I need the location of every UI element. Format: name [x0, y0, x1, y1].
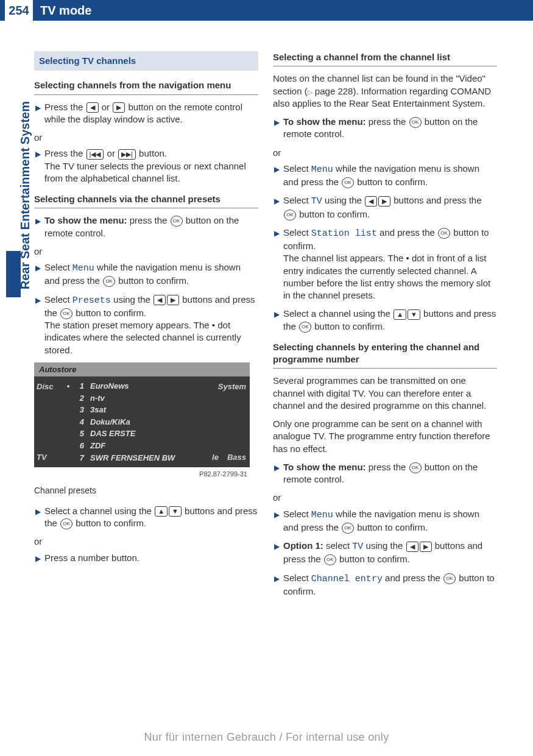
step: ▶ To show the menu: press the OK button …	[273, 461, 497, 486]
text: The TV tuner selects the previous or nex…	[44, 161, 246, 183]
paragraph: Several programmes can be transmitted on…	[273, 375, 497, 412]
text: button to confirm.	[299, 209, 370, 219]
step-marker-icon: ▶	[274, 164, 280, 189]
command-text: Menu	[311, 164, 333, 175]
text: button to confirm.	[118, 275, 189, 286]
ok-button[interactable]: OK	[284, 210, 296, 221]
up-arrow-button[interactable]: ▲	[394, 309, 406, 320]
step-marker-icon: ▶	[35, 216, 41, 239]
step: ▶ Select a channel using the ▲▼ buttons …	[273, 308, 497, 333]
right-arrow-button[interactable]: ▶	[378, 196, 390, 207]
right-arrow-button[interactable]: ▶	[113, 102, 125, 113]
command-text: TV	[352, 542, 363, 552]
step: ▶ Press the ◀ or ▶ button on the remote …	[34, 101, 258, 126]
ok-button[interactable]: OK	[409, 117, 422, 128]
left-arrow-button[interactable]: ◀	[406, 542, 418, 552]
step-marker-icon: ▶	[35, 263, 41, 288]
left-arrow-button[interactable]: ◀	[365, 196, 377, 207]
up-arrow-button[interactable]: ▲	[155, 506, 168, 517]
text: Select	[283, 509, 311, 519]
command-text: Presets	[72, 295, 111, 306]
ok-button[interactable]: OK	[103, 276, 115, 287]
section-heading: Selecting TV channels	[34, 51, 258, 71]
command-text: TV	[311, 196, 322, 207]
or-text: or	[273, 147, 497, 159]
step-marker-icon: ▶	[274, 463, 280, 486]
subheading-nav-menu: Selecting channels from the navigation m…	[34, 79, 258, 94]
text: button.	[139, 148, 167, 158]
step: ▶ Select Presets using the ◀▶ buttons an…	[34, 294, 258, 356]
text: Select a channel using the	[283, 308, 393, 319]
text: button to confirm.	[357, 522, 428, 532]
subheading-channel-number: Selecting channels by entering the chann…	[273, 341, 497, 369]
figure-right-mid: le	[212, 452, 219, 463]
step: ▶ Option 1: select TV using the ◀▶ butto…	[273, 540, 497, 566]
footer-watermark: Nur für internen Gebrauch / For internal…	[0, 731, 533, 744]
text: Press the	[44, 102, 86, 112]
or-text: or	[273, 492, 497, 504]
list-item: 33sat	[66, 404, 207, 416]
ok-button[interactable]: OK	[342, 177, 354, 188]
ok-button[interactable]: OK	[342, 523, 354, 534]
step-marker-icon: ▶	[35, 507, 41, 530]
or-text: or	[34, 535, 258, 548]
step-marker-icon: ▶	[274, 309, 280, 333]
down-arrow-button[interactable]: ▼	[408, 309, 420, 320]
subheading-channel-list: Selecting a channel from the channel lis…	[273, 51, 497, 66]
paragraph: Only one programme can be sent on a chan…	[273, 418, 497, 455]
step-marker-icon: ▶	[274, 118, 280, 141]
bold-label: To show the menu:	[283, 462, 366, 472]
ok-button[interactable]: OK	[60, 518, 72, 529]
right-column: Selecting a channel from the channel lis…	[273, 51, 497, 604]
step: ▶ To show the menu: press the OK button …	[273, 116, 497, 141]
bold-label: To show the menu:	[283, 116, 366, 127]
step: ▶ Select Menu while the navigation menu …	[273, 163, 497, 189]
text: or	[102, 102, 113, 112]
text: button to confirm.	[314, 321, 385, 331]
text: using the	[366, 540, 406, 551]
list-item: 5DAS ERSTE	[66, 428, 207, 440]
list-item: 4Doku/KiKa	[66, 416, 207, 428]
figure-left-top: Disc	[37, 381, 61, 392]
step: ▶ Press a number button.	[34, 552, 258, 564]
command-text: Menu	[72, 263, 94, 274]
left-arrow-button[interactable]: ◀	[154, 295, 166, 305]
text: The channel list appears. The • dot in f…	[283, 253, 490, 300]
skip-next-button[interactable]: ▶▶|	[118, 149, 136, 160]
figure-right-top: System	[218, 381, 246, 392]
step: ▶ Select Channel entry and press the OK …	[273, 572, 497, 598]
text: button to confirm.	[357, 177, 428, 187]
text: or	[107, 148, 118, 158]
text: button to confirm.	[76, 518, 146, 528]
ok-button[interactable]: OK	[171, 216, 183, 227]
channel-presets-figure: Autostore Disc TV •1EuroNews 2n-tv 33sat…	[34, 362, 250, 479]
step: ▶ Select Menu while the navigation menu …	[273, 508, 497, 534]
page-header: 254 TV mode	[0, 0, 533, 21]
ok-button[interactable]: OK	[324, 554, 336, 565]
ok-button[interactable]: OK	[438, 228, 450, 239]
step: ▶ Select Menu while the navigation menu …	[34, 261, 258, 288]
left-column: Selecting TV channels Selecting channels…	[34, 51, 258, 604]
page-number: 254	[5, 0, 33, 21]
left-arrow-button[interactable]: ◀	[86, 102, 99, 113]
step-marker-icon: ▶	[35, 295, 41, 356]
ok-button[interactable]: OK	[60, 308, 72, 319]
ok-button[interactable]: OK	[299, 322, 311, 333]
step: ▶ To show the menu: press the OK button …	[34, 214, 258, 239]
down-arrow-button[interactable]: ▼	[169, 506, 182, 517]
list-item: •1EuroNews	[66, 380, 207, 392]
right-arrow-button[interactable]: ▶	[167, 295, 179, 305]
text: using the	[325, 195, 364, 205]
text: press the	[130, 215, 170, 225]
ok-button[interactable]: OK	[409, 462, 422, 473]
figure-caption: Channel presets	[34, 485, 258, 496]
right-arrow-button[interactable]: ▶	[420, 542, 432, 552]
text: Select	[283, 163, 311, 174]
step-marker-icon: ▶	[274, 228, 280, 302]
ok-button[interactable]: OK	[443, 573, 456, 584]
text: Press a number button.	[44, 552, 258, 564]
step-marker-icon: ▶	[274, 574, 280, 598]
skip-prev-button[interactable]: |◀◀	[86, 149, 104, 160]
side-tab-marker	[6, 251, 21, 297]
step-marker-icon: ▶	[35, 103, 41, 126]
